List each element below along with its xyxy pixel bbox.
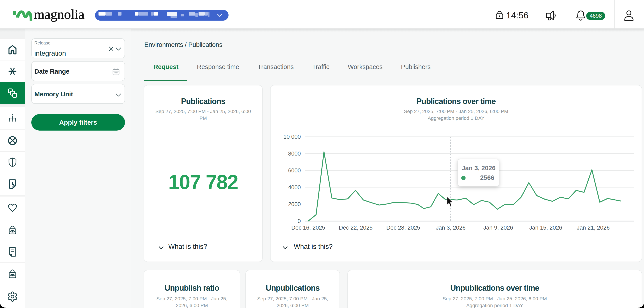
svg-text:6000: 6000 (288, 167, 301, 174)
svg-text:Dec 28, 2025: Dec 28, 2025 (386, 224, 420, 231)
svg-text:4000: 4000 (288, 184, 301, 191)
svg-text:2000: 2000 (288, 201, 301, 207)
svg-text:Jan 9, 2026: Jan 9, 2026 (483, 224, 513, 231)
svg-text:2566: 2566 (480, 174, 494, 181)
svg-text:Dec 16, 2025: Dec 16, 2025 (291, 224, 325, 231)
svg-text:8000: 8000 (288, 150, 301, 157)
svg-text:10 000: 10 000 (283, 133, 301, 140)
svg-text:0: 0 (298, 218, 301, 224)
svg-text:Dec 22, 2025: Dec 22, 2025 (339, 224, 373, 231)
svg-text:Jan 21, 2026: Jan 21, 2026 (577, 224, 610, 231)
svg-text:Jan 3, 2026: Jan 3, 2026 (436, 224, 466, 231)
svg-text:Jan 15, 2026: Jan 15, 2026 (529, 224, 562, 231)
svg-text:Jan 3, 2026: Jan 3, 2026 (462, 165, 496, 172)
